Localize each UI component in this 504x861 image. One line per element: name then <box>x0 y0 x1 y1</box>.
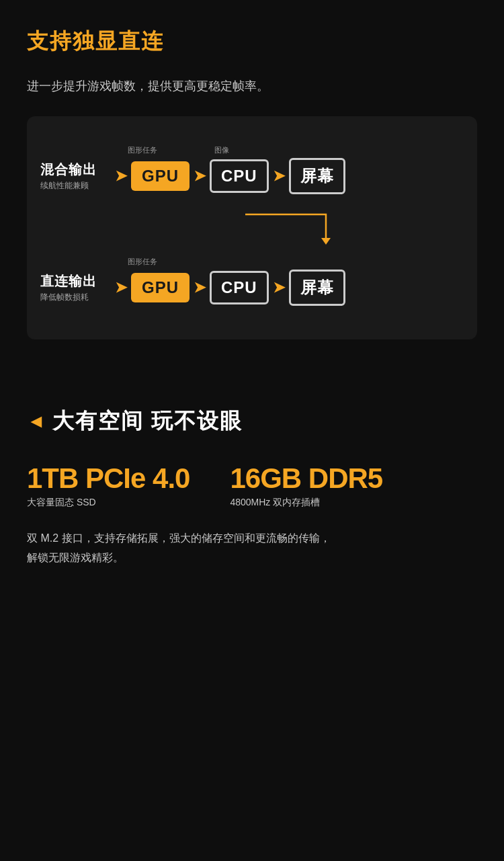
screen-box-row1: 屏幕 <box>289 158 345 194</box>
cpu-top-label-row1: 图像 <box>214 146 229 154</box>
section-storage: ◄ 大有空间 玩不设眼 1TB PCIe 4.0 大容量固态 SSD 16GB … <box>0 393 504 595</box>
screen-text-row1: 屏幕 <box>300 165 334 187</box>
bypass-arrow <box>111 211 346 245</box>
arrow-4: ➤ <box>115 279 127 296</box>
mixed-output-label: 混合输出 续航性能兼顾 <box>40 161 104 192</box>
ram-main: 16GB DDR5 <box>230 463 382 494</box>
gpu-box-row1: GPU <box>131 161 190 191</box>
cpu-box-row2: CPU <box>210 271 269 304</box>
screen-block-row1: 屏幕 <box>289 158 345 194</box>
storage-description: 双 M.2 接口，支持存储拓展，强大的储存空间和更流畅的传输， 解锁无限游戏精彩… <box>27 529 477 568</box>
cpu-text-row1: CPU <box>221 167 257 186</box>
section-direct-connect: 支持独显直连 进一步提升游戏帧数，提供更高更稳定帧率。 图形任务 图像 <box>0 0 504 393</box>
mixed-output-sub: 续航性能兼顾 <box>40 180 104 192</box>
gpu-box-row2: GPU <box>131 273 190 302</box>
spec-ssd: 1TB PCIe 4.0 大容量固态 SSD <box>27 463 190 509</box>
cpu-block-row1: CPU <box>210 159 269 193</box>
ssd-sub: 大容量固态 SSD <box>27 497 190 509</box>
gpu-top-label-row2: 图形任务 <box>128 257 157 265</box>
storage-specs: 1TB PCIe 4.0 大容量固态 SSD 16GB DDR5 4800MHz… <box>27 463 477 509</box>
arrow-2: ➤ <box>194 167 206 185</box>
screen-box-row2: 屏幕 <box>289 270 345 306</box>
diagram-row-2: 直连输出 降低帧数损耗 ➤ GPU ➤ CPU <box>40 270 464 306</box>
screen-text-row2: 屏幕 <box>300 277 334 298</box>
ssd-main: 1TB PCIe 4.0 <box>27 463 190 494</box>
title-arrow-icon: ◄ <box>27 411 47 432</box>
arrow-6: ➤ <box>273 279 285 296</box>
mixed-output-section: 图形任务 图像 混合输出 续航性能兼顾 ➤ GPU <box>40 136 464 208</box>
gpu-text-row1: GPU <box>142 167 179 186</box>
page-wrapper: 支持独显直连 进一步提升游戏帧数，提供更高更稳定帧率。 图形任务 图像 <box>0 0 504 595</box>
svg-marker-0 <box>321 238 331 245</box>
direct-output-label: 直连输出 降低帧数损耗 <box>40 272 104 303</box>
diagram-box: 图形任务 图像 混合输出 续航性能兼顾 ➤ GPU <box>27 116 477 339</box>
arrow-1: ➤ <box>115 167 127 185</box>
section-storage-title: ◄ 大有空间 玩不设眼 <box>27 407 477 436</box>
ram-sub: 4800MHz 双内存插槽 <box>230 497 382 509</box>
direct-output-title: 直连输出 <box>40 272 104 290</box>
gpu-block-row2: GPU <box>131 273 190 302</box>
diagram-row-1: 混合输出 续航性能兼顾 ➤ GPU ➤ CPU <box>40 158 464 194</box>
direct-output-sub: 降低帧数损耗 <box>40 292 104 303</box>
direct-output-section: 图形任务 直连输出 降低帧数损耗 ➤ GPU ➤ <box>40 248 464 319</box>
cpu-box-row1: CPU <box>210 159 269 193</box>
section-title: 支持独显直连 <box>27 27 477 56</box>
section-storage-title-text: 大有空间 玩不设眼 <box>52 407 243 436</box>
gpu-top-label-row1: 图形任务 <box>128 146 157 154</box>
arrow-3: ➤ <box>273 167 285 185</box>
cpu-block-row2: CPU <box>210 271 269 304</box>
arrow-5: ➤ <box>194 279 206 296</box>
gpu-block-row1: GPU <box>131 161 190 191</box>
mixed-output-title: 混合输出 <box>40 161 104 179</box>
gpu-text-row2: GPU <box>142 278 179 297</box>
screen-block-row2: 屏幕 <box>289 270 345 306</box>
section-subtitle: 进一步提升游戏帧数，提供更高更稳定帧率。 <box>27 77 477 96</box>
spec-ram: 16GB DDR5 4800MHz 双内存插槽 <box>230 463 382 509</box>
cpu-text-row2: CPU <box>221 278 257 297</box>
